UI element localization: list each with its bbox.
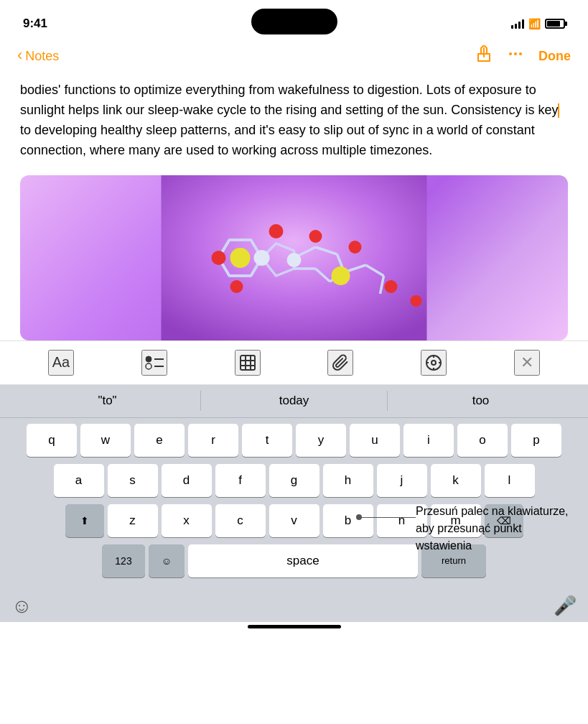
key-z[interactable]: z [108,504,158,537]
emoji-key[interactable]: ☺ [149,544,185,577]
autocomplete-word-3-text: too [472,394,490,407]
autocomplete-bar: "to" today too [0,385,588,418]
close-toolbar-button[interactable]: ✕ [514,350,540,376]
key-w[interactable]: w [80,424,131,457]
note-text-part1: bodies' functions to optimize everything… [20,83,558,117]
more-button[interactable] [507,45,524,67]
status-bar: 9:41 📶 [0,0,588,37]
svg-point-33 [146,356,151,362]
svg-point-22 [212,251,226,265]
svg-point-1 [509,52,512,55]
nav-actions: Done [475,45,571,67]
key-v[interactable]: v [269,504,319,537]
battery-icon [545,19,565,29]
svg-point-23 [269,224,284,238]
keyboard-row-2: a s d f g h j k l [4,464,584,497]
key-c[interactable]: c [215,504,266,537]
back-button[interactable]: ‹ Notes [17,49,59,64]
callout-annotation: Przesuń palec na klawiaturze, aby przesu… [416,503,574,554]
keyboard-row-1: q w e r t y u i o p [4,424,584,457]
list-icon [145,355,164,371]
home-indicator [248,625,341,628]
svg-point-3 [519,52,522,55]
key-e[interactable]: e [134,424,185,457]
key-s[interactable]: s [108,464,158,497]
note-text-part2: to developing healthy sleep patterns, an… [20,123,535,157]
key-u[interactable]: u [350,424,400,457]
key-y[interactable]: y [296,424,346,457]
svg-point-32 [287,253,302,267]
callout-text: Przesuń palec na klawiaturze, aby przesu… [416,503,574,554]
svg-point-27 [385,280,398,293]
svg-point-26 [349,241,362,254]
svg-point-29 [230,248,251,268]
svg-rect-37 [241,356,255,370]
share-button[interactable] [475,45,493,67]
key-o[interactable]: o [457,424,508,457]
back-label: Notes [25,49,59,64]
markup-icon [425,354,442,371]
svg-point-31 [254,250,270,266]
space-key[interactable]: space [188,544,418,577]
key-j[interactable]: j [377,464,427,497]
autocomplete-word-1[interactable]: "to" [14,391,201,411]
font-label: Aa [52,354,70,371]
emoji-button[interactable]: ☺ [11,595,32,618]
done-button[interactable]: Done [538,49,571,64]
dynamic-island [251,9,337,34]
autocomplete-word-1-text: "to" [98,394,116,407]
status-icons: 📶 [511,18,565,29]
wifi-icon: 📶 [528,18,541,29]
svg-point-2 [514,52,517,55]
key-h[interactable]: h [323,464,373,497]
key-q[interactable]: q [27,424,77,457]
key-r[interactable]: r [188,424,238,457]
key-t[interactable]: t [242,424,292,457]
svg-point-34 [146,363,151,369]
key-l[interactable]: l [485,464,535,497]
font-format-button[interactable]: Aa [48,350,74,376]
nav-bar: ‹ Notes Done [0,37,588,75]
phone-frame: 9:41 📶 ‹ Notes [0,0,588,724]
note-content[interactable]: bodies' functions to optimize everything… [0,75,588,170]
markup-button[interactable] [421,350,447,376]
attachment-icon [332,354,349,371]
note-body: bodies' functions to optimize everything… [20,80,568,161]
status-time: 9:41 [23,17,47,31]
text-cursor [558,103,559,118]
key-k[interactable]: k [431,464,481,497]
key-b[interactable]: b [323,504,373,537]
chevron-left-icon: ‹ [17,47,22,63]
list-button[interactable] [141,350,167,376]
shift-key[interactable]: ⬆ [65,504,104,537]
mic-button[interactable]: 🎤 [554,595,577,617]
autocomplete-word-2-text: today [279,394,309,407]
svg-point-43 [431,361,436,365]
numbers-key[interactable]: 123 [102,544,145,577]
bottom-bar: ☺ 🎤 [0,589,588,622]
key-g[interactable]: g [269,464,319,497]
table-icon [239,354,256,371]
svg-point-28 [411,295,422,307]
key-i[interactable]: i [403,424,454,457]
svg-point-25 [309,230,322,243]
molecule-svg [20,175,568,340]
table-button[interactable] [235,350,261,376]
svg-point-30 [332,266,350,285]
autocomplete-word-3[interactable]: too [388,391,574,411]
format-toolbar: Aa [0,340,588,385]
callout-line [358,517,416,518]
signal-icon [511,19,524,29]
autocomplete-word-2[interactable]: today [201,391,388,411]
attachment-button[interactable] [327,350,353,376]
key-d[interactable]: d [162,464,212,497]
key-x[interactable]: x [162,504,212,537]
key-f[interactable]: f [215,464,266,497]
molecule-image [20,175,568,340]
key-a[interactable]: a [54,464,104,497]
key-p[interactable]: p [511,424,561,457]
svg-point-24 [230,280,243,293]
